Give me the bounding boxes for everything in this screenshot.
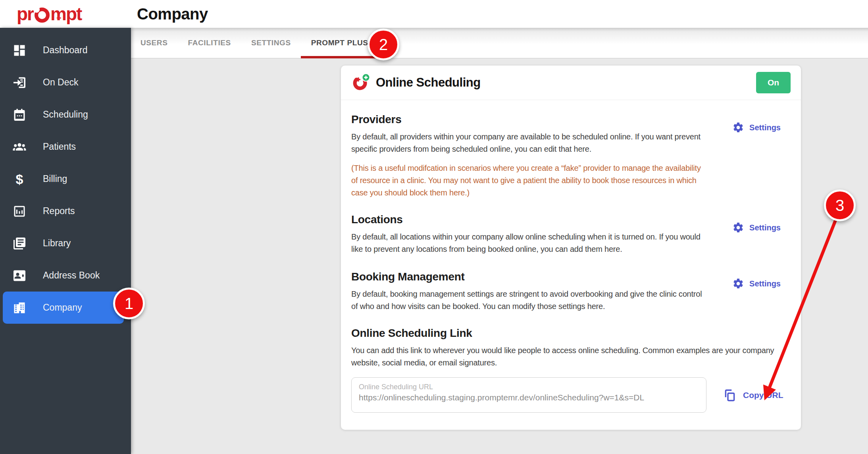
copy-icon <box>723 388 737 402</box>
sidebar-item-dashboard[interactable]: Dashboard <box>0 34 131 66</box>
sidebar-item-on-deck[interactable]: On Deck <box>0 66 131 99</box>
logo-plus-icon: + <box>56 15 63 21</box>
calendar-icon <box>12 107 27 122</box>
tab-users[interactable]: USERS <box>140 28 167 58</box>
sidebar: Dashboard On Deck Scheduling Patients $ … <box>0 28 131 454</box>
sidebar-item-label: Scheduling <box>43 109 88 120</box>
topbar: pr+mpt Company <box>0 0 868 28</box>
sidebar-item-label: Address Book <box>43 270 100 281</box>
copy-url-button[interactable]: Copy URL <box>723 388 783 402</box>
gear-icon <box>732 222 744 234</box>
annotation-badge-2: 2 <box>368 29 399 60</box>
section-locations: Locations By default, all locations with… <box>351 199 791 255</box>
section-booking-management: Booking Management By default, booking m… <box>351 255 791 313</box>
url-field-label: Online Scheduling URL <box>359 383 699 391</box>
building-icon <box>12 300 27 315</box>
sidebar-item-label: Billing <box>43 174 67 184</box>
url-field-wrapper: Online Scheduling URL <box>351 377 706 413</box>
tab-bar: USERS FACILITIES SETTINGS PROMPT PLUS <box>131 28 868 58</box>
section-body: You can add this link to wherever you wo… <box>351 344 791 369</box>
online-scheduling-url-input[interactable] <box>359 393 699 402</box>
sidebar-item-label: Company <box>43 302 82 313</box>
card-title: Online Scheduling <box>376 75 481 90</box>
sidebar-item-billing[interactable]: $ Billing <box>0 163 131 195</box>
sidebar-item-library[interactable]: Library <box>0 227 131 259</box>
online-scheduling-card: Online Scheduling On Providers By defaul… <box>341 66 801 430</box>
address-book-icon <box>12 268 27 283</box>
sidebar-item-scheduling[interactable]: Scheduling <box>0 99 131 131</box>
dashboard-icon <box>12 43 27 58</box>
section-online-scheduling-link: Online Scheduling Link You can add this … <box>351 313 791 413</box>
page: pr+mpt Company USERS FACILITIES SETTINGS… <box>0 0 868 454</box>
patients-icon <box>12 139 27 155</box>
section-heading: Locations <box>351 213 703 226</box>
online-scheduling-icon <box>351 73 370 92</box>
dollar-icon: $ <box>12 172 27 187</box>
section-heading: Providers <box>351 113 703 126</box>
sidebar-item-reports[interactable]: Reports <box>0 195 131 227</box>
sidebar-item-label: On Deck <box>43 77 78 88</box>
prompt-logo: pr+mpt <box>17 3 81 25</box>
tab-settings[interactable]: SETTINGS <box>251 28 291 58</box>
card-header: Online Scheduling On <box>341 66 801 100</box>
gear-icon <box>732 278 744 290</box>
gear-icon <box>732 122 744 133</box>
tab-prompt-plus[interactable]: PROMPT PLUS <box>311 28 368 58</box>
sidebar-item-label: Dashboard <box>43 45 88 56</box>
library-icon <box>12 236 27 251</box>
sidebar-item-label: Library <box>43 238 71 249</box>
online-scheduling-toggle-button[interactable]: On <box>756 72 791 93</box>
sidebar-item-address-book[interactable]: Address Book <box>0 259 131 292</box>
copy-url-label: Copy URL <box>743 390 783 400</box>
card-body: Providers By default, all providers with… <box>341 100 801 413</box>
logo-o-mark: + <box>35 8 50 23</box>
link-row: Online Scheduling URL Copy URL <box>351 377 791 413</box>
section-heading: Online Scheduling Link <box>351 327 791 340</box>
page-title: Company <box>137 5 208 23</box>
section-note: (This is a useful modifcation in scenari… <box>351 162 703 199</box>
section-body: By default, all providers within your co… <box>351 131 703 155</box>
section-body: By default, all locations within your co… <box>351 231 703 255</box>
tab-facilities[interactable]: FACILITIES <box>188 28 231 58</box>
section-heading: Booking Management <box>351 270 703 283</box>
logo-text-right: mpt <box>50 3 81 25</box>
content-area: Online Scheduling On Providers By defaul… <box>131 58 868 454</box>
sidebar-item-label: Patients <box>43 141 76 152</box>
on-deck-icon <box>12 75 27 90</box>
sidebar-item-company[interactable]: Company <box>3 292 124 324</box>
annotation-badge-3: 3 <box>824 189 856 221</box>
section-providers: Providers By default, all providers with… <box>351 100 791 199</box>
settings-label: Settings <box>749 223 781 232</box>
settings-label: Settings <box>749 279 781 288</box>
sidebar-item-patients[interactable]: Patients <box>0 131 131 163</box>
locations-settings-button[interactable]: Settings <box>732 222 781 234</box>
providers-settings-button[interactable]: Settings <box>732 122 781 133</box>
logo-text-left: pr <box>17 3 33 25</box>
settings-label: Settings <box>749 123 781 132</box>
booking-settings-button[interactable]: Settings <box>732 278 781 290</box>
bar-chart-icon <box>12 204 27 219</box>
annotation-badge-1: 1 <box>113 288 145 319</box>
section-body: By default, booking management settings … <box>351 288 703 313</box>
sidebar-item-label: Reports <box>43 206 75 216</box>
